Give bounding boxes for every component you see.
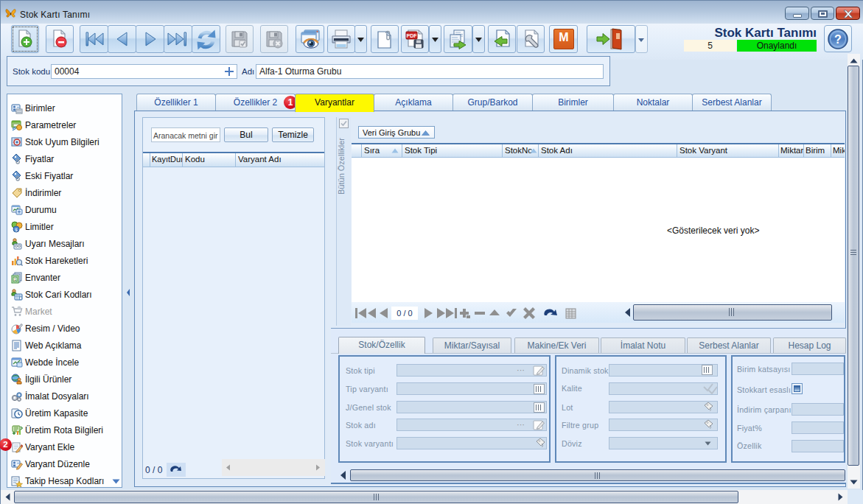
- svg-text:$: $: [15, 228, 18, 232]
- svg-text:?: ?: [834, 33, 842, 46]
- svg-text:0 / 0: 0 / 0: [396, 309, 412, 318]
- svg-text:PDF: PDF: [407, 33, 418, 38]
- svg-text:1: 1: [14, 277, 16, 281]
